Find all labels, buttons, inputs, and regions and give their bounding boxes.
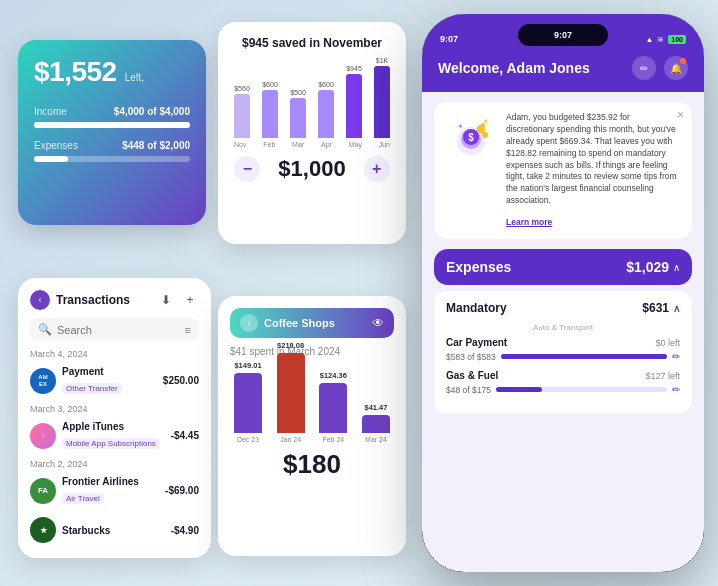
coffee-header: ‹ Coffee Shops 👁: [230, 308, 394, 338]
trans-date-3: March 2, 2024: [30, 459, 199, 469]
savings-card: $945 saved in November $560 $600 $500 $6…: [218, 22, 406, 244]
coffee-bar-mar: $41.47 Mar 24: [362, 403, 390, 443]
car-payment-left: $0 left: [655, 338, 680, 348]
expenses-chevron-icon[interactable]: ∧: [673, 262, 680, 273]
table-row: FA Frontier Airlines Air Travel -$69.00: [30, 472, 199, 509]
bar-jun: $1K: [374, 57, 390, 138]
bar-nov: $560: [234, 85, 250, 138]
balance-card: $1,552 Left, Income $4,000 of $4,000 Exp…: [18, 40, 206, 225]
savings-plus-button[interactable]: +: [364, 156, 390, 182]
expense-label: Expenses: [34, 140, 78, 151]
edit-icon[interactable]: ✏: [632, 56, 656, 80]
expenses-title: Expenses: [446, 259, 511, 275]
phone-header-icons: ✏ 🔔: [632, 56, 688, 80]
expenses-amount: $1,029: [626, 259, 669, 275]
transactions-card: ‹ Transactions ⬇ + 🔍 ≡ March 4, 2024 AME…: [18, 278, 211, 558]
chart-x-axis: Nov Feb Mar Apr May Jun: [232, 138, 392, 148]
svg-text:✦: ✦: [457, 122, 464, 131]
gas-fuel-progress-text: $48 of $175: [446, 385, 491, 395]
bar-feb: $600: [262, 81, 278, 138]
svg-point-5: [482, 132, 488, 138]
avatar: ♪: [30, 423, 56, 449]
savings-control-value: $1,000: [278, 156, 345, 182]
auto-transport-label: Auto & Transport: [446, 323, 680, 332]
table-row: ♪ Apple iTunes Mobile App Subscriptions …: [30, 417, 199, 454]
wifi-icon: ≋: [657, 35, 664, 44]
income-value: $4,000 of $4,000: [114, 106, 190, 117]
coffee-back-button[interactable]: ‹: [240, 314, 258, 332]
car-payment-name: Car Payment: [446, 337, 507, 348]
coffee-total: $180: [230, 449, 394, 480]
transactions-header: ‹ Transactions ⬇ +: [30, 290, 199, 310]
add-icon[interactable]: +: [181, 291, 199, 309]
coffee-chart: $149.01 Dec 23 $218.08 Jan 24 $124.36 Fe…: [230, 363, 394, 443]
expenses-header: Expenses $1,029 ∧: [446, 259, 680, 275]
coffee-bar-feb: $124.36 Feb 24: [319, 371, 347, 443]
avatar: ★: [30, 517, 56, 543]
avatar: AMEX: [30, 368, 56, 394]
bar-may: $945: [346, 65, 362, 138]
table-row: AMEX Payment Other Transfer $250.00: [30, 362, 199, 399]
search-icon: 🔍: [38, 323, 52, 336]
advisory-card: $ ✦ ★ Adam, you budgeted $235.92 for dis…: [434, 102, 692, 239]
search-input[interactable]: [57, 324, 180, 336]
mandatory-section: Mandatory $631 ∧ Auto & Transport Car Pa…: [434, 291, 692, 413]
transactions-title: Transactions: [56, 293, 130, 307]
car-payment-progress-text: $583 of $583: [446, 352, 496, 362]
phone-device: 9:07 ▲ ≋ 100 Welcome, Adam Jones ✏ 🔔: [422, 14, 704, 572]
phone-screen: 9:07 ▲ ≋ 100 Welcome, Adam Jones ✏ 🔔: [422, 14, 704, 572]
mandatory-chevron-icon[interactable]: ∧: [673, 303, 680, 314]
mandatory-header: Mandatory $631 ∧: [446, 301, 680, 315]
notification-dot: [680, 58, 686, 64]
mandatory-title: Mandatory: [446, 301, 507, 315]
coffee-subtitle: $41 spent in March 2024: [230, 346, 394, 357]
transactions-actions: ⬇ +: [157, 291, 199, 309]
savings-minus-button[interactable]: −: [234, 156, 260, 182]
coffee-card: ‹ Coffee Shops 👁 $41 spent in March 2024…: [218, 296, 406, 556]
coffee-bar-dec: $149.01 Dec 23: [234, 361, 262, 443]
battery-indicator: 100: [668, 35, 686, 44]
gas-fuel-edit-button[interactable]: ✏: [672, 384, 680, 395]
income-label: Income: [34, 106, 67, 117]
phone-header: Welcome, Adam Jones ✏ 🔔: [422, 50, 704, 92]
coffee-bar-jan: $218.08 Jan 24: [277, 341, 305, 443]
gas-fuel-progress-bar: [496, 387, 667, 392]
signal-icon: ▲: [645, 35, 653, 44]
mandatory-amount: $631 ∧: [642, 301, 680, 315]
status-time: 9:07: [440, 34, 458, 44]
car-payment-progress-bar: [501, 354, 667, 359]
avatar: FA: [30, 478, 56, 504]
expense-value: $448 of $2,000: [122, 140, 190, 151]
notification-icon[interactable]: 🔔: [664, 56, 688, 80]
expense-item-car: Car Payment $0 left $583 of $583 ✏: [446, 337, 680, 362]
transactions-back-button[interactable]: ‹: [30, 290, 50, 310]
notch-time: 9:07: [554, 30, 572, 40]
savings-title: $945 saved in November: [232, 36, 392, 50]
savings-controls: − $1,000 +: [232, 156, 392, 182]
expenses-card: Expenses $1,029 ∧: [434, 249, 692, 285]
expense-item-gas: Gas & Fuel $127 left $48 of $175 ✏: [446, 370, 680, 395]
svg-text:★: ★: [483, 118, 488, 124]
eye-icon[interactable]: 👁: [372, 316, 384, 330]
advisory-learn-more[interactable]: Learn more: [506, 217, 552, 227]
close-button[interactable]: ×: [677, 108, 684, 122]
bar-apr: $600: [318, 81, 334, 138]
bar-mar: $500: [290, 89, 306, 138]
income-progress-bar: [34, 122, 190, 128]
trans-date-2: March 3, 2024: [30, 404, 199, 414]
gas-fuel-left: $127 left: [645, 371, 680, 381]
savings-chart: $560 $600 $500 $600 $945 $1K: [232, 58, 392, 138]
car-payment-edit-button[interactable]: ✏: [672, 351, 680, 362]
advisory-illustration: $ ✦ ★: [446, 112, 496, 162]
welcome-text: Welcome, Adam Jones: [438, 60, 590, 76]
gas-fuel-name: Gas & Fuel: [446, 370, 498, 381]
expense-progress-bar: [34, 156, 68, 162]
phone-content: $ ✦ ★ Adam, you budgeted $235.92 for dis…: [422, 92, 704, 568]
download-icon[interactable]: ⬇: [157, 291, 175, 309]
search-bar[interactable]: 🔍 ≡: [30, 318, 199, 341]
advisory-text: Adam, you budgeted $235.92 for discretio…: [506, 112, 680, 207]
trans-date-1: March 4, 2024: [30, 349, 199, 359]
phone-notch: 9:07: [518, 24, 608, 46]
filter-icon[interactable]: ≡: [185, 324, 191, 336]
phone-shell: 9:07 ▲ ≋ 100 Welcome, Adam Jones ✏ 🔔: [422, 14, 704, 572]
